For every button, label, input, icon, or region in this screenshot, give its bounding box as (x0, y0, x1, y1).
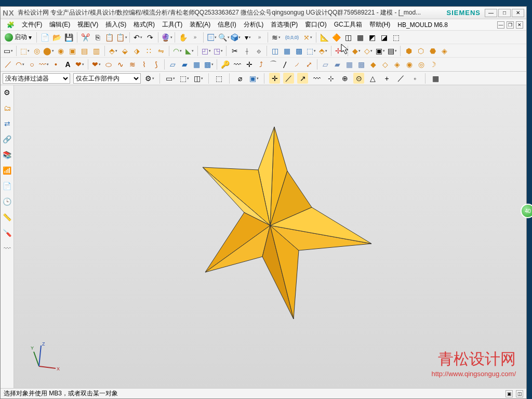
menu-gctoolkit[interactable]: GC工具箱 (331, 19, 365, 30)
ff-e-button[interactable]: ◆ (368, 59, 379, 70)
render-style-button[interactable]: ▾ (242, 32, 253, 43)
ff-j-button[interactable]: ☽ (428, 59, 438, 70)
new-button[interactable]: 📄 (39, 32, 50, 43)
ff-f-button[interactable]: ◇ (380, 59, 391, 70)
spline-button[interactable]: 〰 (38, 59, 49, 70)
sheet-b-button[interactable]: ▦ (282, 45, 292, 56)
surf-c-button[interactable]: ▦ (191, 59, 202, 70)
assoc-c-button[interactable]: ▣ (375, 45, 385, 56)
menu-file[interactable]: 文件(F) (19, 19, 45, 30)
sel-tool-c[interactable]: ⬚ (179, 73, 190, 84)
draft-button[interactable]: ◳ (212, 45, 223, 56)
curve-icon[interactable]: 〰 (2, 243, 12, 254)
pad-button[interactable]: ▤ (79, 45, 90, 56)
menu-hbmould[interactable]: HB_MOULD M6.8 (394, 20, 451, 30)
menu-help[interactable]: 帮助(H) (366, 19, 394, 30)
mdi-restore-button[interactable]: ❐ (507, 21, 514, 29)
edit-b-button[interactable]: 〰 (232, 59, 243, 70)
helix-button[interactable]: ⌇ (139, 59, 150, 70)
start-button[interactable]: 启动 ▾ (3, 32, 34, 43)
paste-special-button[interactable]: 📋 (116, 32, 127, 43)
scope-select[interactable]: 仅在工作部件内 (73, 73, 141, 84)
snap-grid[interactable]: ▦ (430, 73, 441, 84)
ff-g-button[interactable]: ◈ (392, 59, 403, 70)
pocket-button[interactable]: ▣ (67, 45, 78, 56)
cut-button[interactable]: ✂️ (80, 32, 91, 43)
open-button[interactable]: 📂 (51, 32, 62, 43)
clip-button[interactable]: ▦ (355, 32, 366, 43)
close-button[interactable]: ✕ (512, 9, 524, 17)
subtract-button[interactable]: ⬙ (119, 45, 130, 56)
sheet-c-button[interactable]: ▩ (294, 45, 304, 56)
undo-button[interactable]: ↶ (132, 32, 143, 43)
edit-h-button[interactable]: ⤢ (303, 59, 314, 70)
resource-settings-icon[interactable]: ⚙ (2, 87, 12, 98)
assoc-b-button[interactable]: ◇ (363, 45, 374, 56)
menu-view[interactable]: 视图(V) (74, 19, 101, 30)
menu-preferences[interactable]: 首选项(P) (268, 19, 301, 30)
snap-c[interactable]: ↗ (297, 73, 308, 84)
sel-tool-b[interactable]: ▭ (165, 73, 176, 84)
intersect-button[interactable]: ⬗ (131, 45, 142, 56)
curve-d-button[interactable]: ∿ (115, 59, 126, 70)
paste-button[interactable]: 📋 (104, 32, 115, 43)
edit-f-button[interactable]: 〳 (280, 59, 290, 70)
edit-g-button[interactable]: ⟋ (291, 59, 302, 70)
surf-d-button[interactable]: ▩ (203, 59, 214, 70)
snap-d[interactable]: 〰 (311, 73, 322, 84)
toolbar-overflow-1[interactable]: » (190, 32, 201, 43)
status-icon-b[interactable]: ◫ (516, 390, 523, 397)
toolbar-overflow-2[interactable]: » (254, 32, 265, 43)
snap-g[interactable]: ⊙ (353, 73, 364, 84)
mold-c-button[interactable]: ⬣ (427, 45, 438, 56)
snap-k[interactable]: ◦ (409, 73, 420, 84)
misc-b-button[interactable]: ◪ (379, 32, 390, 43)
edit-e-button[interactable]: ⌒ (268, 59, 278, 70)
snap-i[interactable]: + (381, 73, 392, 84)
ff-b-button[interactable]: ▰ (332, 59, 343, 70)
trim-button[interactable]: ✂ (229, 45, 240, 56)
revolve-button[interactable]: ◎ (31, 45, 42, 56)
edit-d-button[interactable]: ⤴ (256, 59, 267, 70)
ff-a-button[interactable]: ▱ (320, 59, 331, 70)
wcs-orient-button[interactable]: ⤧ (302, 32, 313, 43)
sel-tool-f[interactable]: ⌀ (234, 73, 245, 84)
assoc-a-button[interactable]: ◆ (351, 45, 362, 56)
snap-f[interactable]: ⊕ (339, 73, 350, 84)
sel-tool-g[interactable]: ▣ (248, 73, 259, 84)
move-button[interactable]: ✢ (334, 45, 345, 56)
curve-b-button[interactable]: ❤ (91, 59, 102, 70)
menu-tools[interactable]: 工具(T) (159, 19, 185, 30)
fit-button[interactable] (206, 32, 217, 43)
nx-menu-icon[interactable]: 🧩 (4, 20, 18, 30)
menu-edit[interactable]: 编辑(E) (46, 19, 73, 30)
mirror-button[interactable]: ⇋ (155, 45, 166, 56)
roles-icon[interactable]: 📏 (2, 212, 12, 222)
offset-button[interactable]: ⟐ (253, 45, 264, 56)
ff-d-button[interactable]: ▩ (356, 59, 367, 70)
circle-button[interactable]: ○ (26, 59, 37, 70)
curve-c-button[interactable]: ⬭ (103, 59, 114, 70)
boss-button[interactable]: ◉ (55, 45, 66, 56)
curve-a-button[interactable]: ❤ (74, 59, 85, 70)
point-button[interactable]: • (50, 59, 61, 70)
edit-c-button[interactable]: ✛ (244, 59, 255, 70)
mdi-close-button[interactable]: ✕ (516, 21, 523, 29)
menu-window[interactable]: 窗口(O) (302, 19, 329, 30)
ff-c-button[interactable]: ▦ (344, 59, 355, 70)
extrude-button[interactable]: ⬚ (19, 45, 30, 56)
shade-button[interactable] (230, 32, 241, 43)
assembly-navigator-icon[interactable]: ⇄ (2, 118, 12, 129)
curve-f-button[interactable]: ⟆ (151, 59, 162, 70)
hole-button[interactable]: ⬤ (43, 45, 54, 56)
minimize-button[interactable]: — (485, 9, 497, 17)
redo-button[interactable]: ↷ (144, 32, 155, 43)
history-icon[interactable]: 📄 (2, 181, 12, 191)
sheet-e-button[interactable]: ⬘ (317, 45, 328, 56)
menu-format[interactable]: 格式(R) (130, 19, 158, 30)
snap-h[interactable]: △ (367, 73, 378, 84)
touch-mode-button[interactable]: ✋ (178, 32, 189, 43)
sel-tool-a[interactable]: ⚙ (144, 73, 155, 84)
ff-h-button[interactable]: ◉ (404, 59, 415, 70)
copy-button[interactable]: ⎘ (92, 32, 103, 43)
